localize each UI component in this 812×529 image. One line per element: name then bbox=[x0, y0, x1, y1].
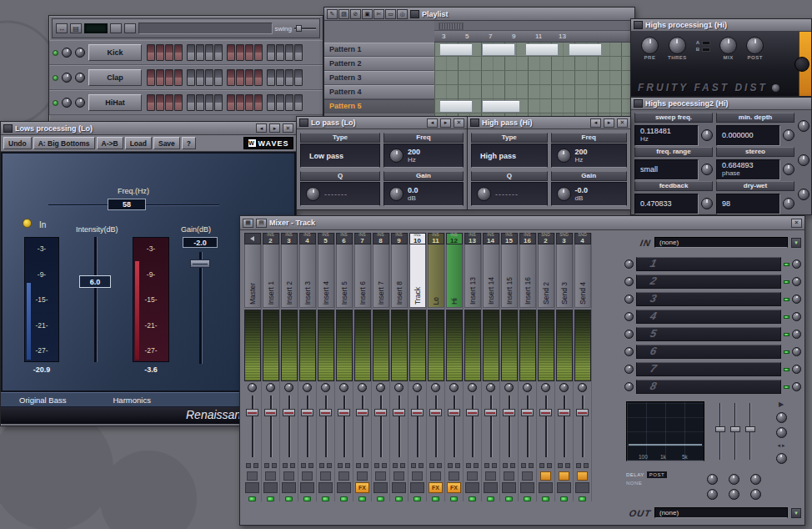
gain-knob[interactable] bbox=[557, 187, 571, 201]
step-cell[interactable] bbox=[214, 69, 223, 86]
dist-knob-thres[interactable] bbox=[669, 37, 686, 54]
step-cell[interactable] bbox=[147, 69, 155, 86]
pattern-clip[interactable] bbox=[482, 100, 520, 113]
mute-switch[interactable] bbox=[319, 463, 324, 468]
track-fader[interactable] bbox=[354, 394, 371, 459]
track-fader[interactable] bbox=[538, 394, 554, 459]
mixer-strip-insert-16[interactable]: INS16Insert 16 bbox=[519, 233, 537, 501]
fader-handle[interactable] bbox=[356, 409, 368, 416]
track-enable-led[interactable] bbox=[395, 496, 403, 501]
mute-switch[interactable] bbox=[521, 463, 526, 468]
param-value[interactable]: 0.000000 bbox=[716, 125, 780, 146]
fx-slot[interactable] bbox=[465, 482, 479, 493]
mute-switch[interactable] bbox=[356, 463, 361, 468]
slot-button[interactable]: 2 bbox=[636, 275, 781, 289]
param-value[interactable]: 0.118481Hz bbox=[634, 125, 699, 146]
mute-switch[interactable] bbox=[484, 463, 489, 468]
mute-switch[interactable] bbox=[338, 463, 343, 468]
zoom-tool[interactable]: ◎ bbox=[397, 9, 408, 19]
fader-handle[interactable] bbox=[393, 409, 405, 416]
slot-button[interactable]: 7 bbox=[636, 362, 781, 376]
track-pan-knob[interactable] bbox=[284, 383, 293, 392]
track-enable-led[interactable] bbox=[487, 496, 494, 501]
param-knob[interactable] bbox=[701, 198, 713, 209]
fx-slot[interactable]: FX bbox=[429, 482, 443, 493]
gain-value[interactable]: -2.0 bbox=[183, 237, 218, 248]
step-cell[interactable] bbox=[205, 44, 213, 61]
track-pan-knob[interactable] bbox=[449, 383, 459, 392]
slot-button[interactable]: 3 bbox=[636, 292, 781, 306]
timeline-ruler[interactable]: 35791113 bbox=[434, 31, 634, 43]
track-fader[interactable] bbox=[336, 394, 353, 459]
mute-switch[interactable] bbox=[374, 463, 379, 468]
fx-slot[interactable] bbox=[410, 482, 424, 493]
step-cell[interactable] bbox=[165, 94, 173, 111]
aux-knob[interactable] bbox=[729, 489, 739, 500]
lopass-titlebar[interactable]: Lo pass (Lo) ◂ ▸ ✕ bbox=[297, 117, 467, 129]
dist-knob-post[interactable] bbox=[746, 37, 764, 54]
send-switch[interactable] bbox=[265, 471, 276, 481]
fx-slot[interactable] bbox=[263, 482, 278, 493]
step-cell[interactable] bbox=[147, 44, 155, 61]
param-value[interactable]: 98 bbox=[716, 194, 780, 214]
mute-switch[interactable] bbox=[411, 463, 416, 468]
h-zoom-icon[interactable]: ↔ bbox=[56, 23, 68, 33]
edge-knob-3[interactable] bbox=[798, 189, 809, 200]
step-cell[interactable] bbox=[174, 44, 183, 61]
stereo-switch[interactable] bbox=[345, 463, 350, 468]
panel-knob-2[interactable] bbox=[776, 427, 787, 438]
fader-handle[interactable] bbox=[521, 409, 534, 416]
track-enable-led[interactable] bbox=[524, 496, 531, 501]
freq-knob[interactable] bbox=[389, 149, 403, 163]
send-switch[interactable] bbox=[412, 471, 423, 481]
fx-slot[interactable] bbox=[300, 482, 314, 493]
channel-button-clap[interactable]: Clap bbox=[88, 69, 142, 86]
track-fader[interactable] bbox=[464, 394, 481, 459]
track-pan-knob[interactable] bbox=[523, 383, 532, 392]
track-enable-led[interactable] bbox=[322, 496, 329, 501]
track-enable-led[interactable] bbox=[469, 496, 476, 501]
waves-a-b-button[interactable]: A->B bbox=[97, 137, 123, 149]
draw-tool[interactable]: ✎ bbox=[327, 9, 338, 19]
option-button-2[interactable] bbox=[124, 23, 136, 33]
graph-editor-icon[interactable]: ▤ bbox=[70, 23, 82, 33]
waves-load-button[interactable]: Load bbox=[125, 137, 152, 149]
step-cell[interactable] bbox=[267, 94, 275, 111]
track-pan-knob[interactable] bbox=[541, 383, 550, 392]
pattern-row-pattern-5[interactable]: Pattern 5 bbox=[324, 99, 434, 113]
mixer-strip-insert-5[interactable]: INS6Insert 5 bbox=[335, 233, 353, 501]
pattern-row-pattern-4[interactable]: Pattern 4 bbox=[324, 85, 434, 99]
eq-band-fader-2[interactable] bbox=[729, 401, 741, 461]
dist-side-wheel[interactable] bbox=[799, 32, 811, 96]
step-cell[interactable] bbox=[245, 69, 253, 86]
track-enable-led[interactable] bbox=[285, 496, 293, 501]
track-pan-knob[interactable] bbox=[394, 383, 403, 392]
step-cell[interactable] bbox=[245, 94, 253, 111]
step-cell[interactable] bbox=[285, 94, 293, 111]
slot-button[interactable]: 4 bbox=[636, 310, 781, 324]
step-cell[interactable] bbox=[214, 94, 223, 111]
mixer-strip-insert-1[interactable]: INS2Insert 1 bbox=[262, 233, 280, 501]
pattern-clip[interactable] bbox=[482, 43, 515, 56]
fader-handle[interactable] bbox=[484, 409, 497, 416]
mixer-view-icon[interactable]: ▤ bbox=[256, 219, 267, 228]
step-cell[interactable] bbox=[285, 69, 293, 86]
track-pan-knob[interactable] bbox=[339, 383, 348, 392]
eq-band-fader-3[interactable] bbox=[744, 401, 756, 461]
send-switch[interactable] bbox=[430, 471, 441, 481]
mute-switch[interactable] bbox=[393, 463, 398, 468]
mute-switch[interactable] bbox=[246, 463, 251, 468]
fx-slot[interactable] bbox=[502, 482, 516, 493]
pattern-clip[interactable] bbox=[569, 43, 602, 56]
close-button[interactable]: ✕ bbox=[791, 219, 802, 228]
output-select[interactable]: (none) bbox=[654, 507, 788, 518]
edge-knob-2[interactable] bbox=[798, 154, 809, 166]
step-cell[interactable] bbox=[174, 94, 183, 111]
fx-slot[interactable] bbox=[575, 482, 589, 493]
send-switch[interactable] bbox=[320, 471, 331, 481]
slot-knob-right[interactable] bbox=[792, 259, 801, 269]
gain-fader-track[interactable] bbox=[199, 252, 203, 364]
fader-handle[interactable] bbox=[448, 409, 460, 416]
send-switch[interactable] bbox=[283, 471, 294, 481]
step-cell[interactable] bbox=[227, 44, 235, 61]
